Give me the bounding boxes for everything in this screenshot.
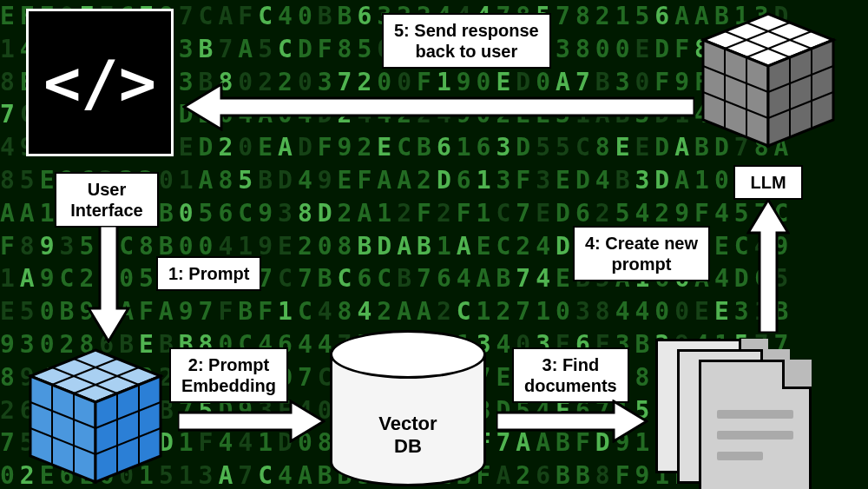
step-5-text: 5: Send responseback to user (394, 21, 539, 61)
user-interface-label: UserInterface (55, 172, 159, 228)
svg-marker-31 (178, 401, 324, 441)
svg-marker-30 (89, 226, 128, 341)
arrow-step-5 (182, 83, 694, 131)
code-glyph: </> (43, 46, 156, 119)
vector-db-icon: VectorDB (330, 330, 486, 486)
step-1-label: 1: Prompt (156, 256, 261, 291)
llm-label: LLM (733, 165, 803, 200)
step-3-label: 3: Finddocuments (512, 347, 629, 403)
llm-cube-icon (694, 7, 842, 155)
svg-marker-34 (184, 84, 694, 129)
arrow-step-1 (87, 226, 130, 343)
user-interface-text: UserInterface (70, 180, 142, 220)
arrow-step-4 (746, 198, 790, 333)
step-1-text: 1: Prompt (168, 264, 249, 283)
arrow-step-3 (496, 400, 648, 443)
arrow-step-2 (178, 400, 326, 443)
code-icon: </> (26, 9, 174, 156)
step-2-label: 2: PromptEmbedding (169, 347, 288, 403)
step-4-label: 4: Create newprompt (573, 226, 710, 281)
step-5-label: 5: Send responseback to user (382, 13, 551, 69)
step-4-text: 4: Create newprompt (585, 234, 698, 274)
svg-marker-33 (748, 200, 788, 333)
step-2-text: 2: PromptEmbedding (181, 355, 276, 395)
embedding-cube-icon (22, 343, 169, 489)
llm-text: LLM (750, 173, 786, 192)
svg-marker-32 (496, 401, 647, 441)
vector-db-label: VectorDB (330, 413, 486, 459)
step-3-text: 3: Finddocuments (524, 355, 617, 395)
documents-icon (655, 339, 820, 486)
